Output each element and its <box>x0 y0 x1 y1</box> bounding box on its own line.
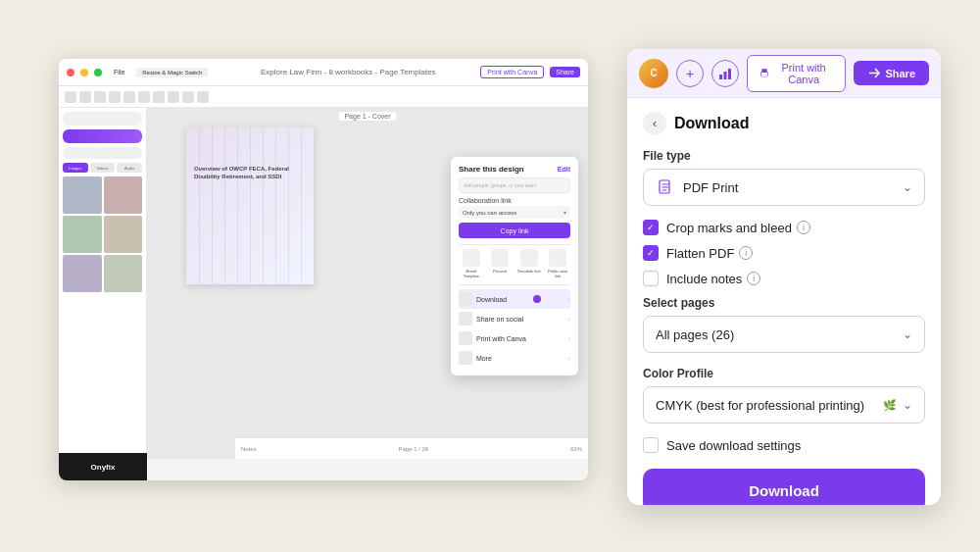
share-button[interactable]: Share <box>854 61 929 85</box>
image-thumbnail[interactable] <box>63 176 102 214</box>
popup-action-grid: Brand Template Present Template text Pub… <box>459 249 570 278</box>
popup-edit-link[interactable]: Edit <box>558 166 570 173</box>
download-button[interactable]: Download <box>643 469 925 505</box>
chevron-down-icon: ⌄ <box>903 180 912 194</box>
editor-main: Images Videos Audio Onyfix Page 1 - Cove… <box>59 108 588 459</box>
toolbar-item <box>94 91 106 103</box>
page-label: Page 1 - Cover <box>338 112 396 121</box>
image-thumbnail[interactable] <box>104 255 143 292</box>
include-notes-info-icon[interactable]: i <box>747 272 760 285</box>
popup-action-present[interactable]: Present <box>488 249 514 278</box>
popup-share-social-item[interactable]: Share on social › <box>459 309 570 328</box>
share-social-icon <box>459 312 472 326</box>
svg-rect-2 <box>728 69 731 79</box>
popup-action-public[interactable]: Public view link <box>546 249 571 278</box>
zoom-level: 63% <box>570 446 582 452</box>
add-button[interactable]: + <box>676 60 704 87</box>
window-close-dot <box>67 69 74 76</box>
svg-rect-0 <box>719 75 722 79</box>
file-menu-button[interactable]: File <box>108 67 130 77</box>
editor-toolbar <box>59 86 588 108</box>
print-canva-button-topbar[interactable]: Print with Canva <box>480 66 544 78</box>
crop-marks-info-icon[interactable]: i <box>797 221 810 234</box>
chart-button[interactable] <box>711 60 739 87</box>
popup-title: Share this design Edit <box>459 165 570 174</box>
editor-bottombar: Notes Page 1 / 26 63% <box>235 437 588 459</box>
save-settings-checkbox[interactable] <box>643 437 659 453</box>
window-maximize-dot <box>94 69 102 76</box>
resize-magic-button[interactable]: Resize & Magic Switch <box>136 68 208 77</box>
search-input[interactable] <box>63 112 142 125</box>
popup-print-item[interactable]: Print with Canva › <box>459 328 570 348</box>
include-notes-row: Include notes i <box>643 271 925 286</box>
editor-canvas: Page 1 - Cover Overview of <box>147 108 588 459</box>
toolbar-item <box>79 91 91 103</box>
editor-topbar: File Resize & Magic Switch Explore Law F… <box>59 59 588 86</box>
svg-rect-5 <box>761 75 766 76</box>
download-active-dot <box>533 295 541 303</box>
image-thumbnail[interactable] <box>104 176 143 214</box>
file-type-section: File type PDF Print ⌄ <box>643 149 925 206</box>
upload-files-button[interactable] <box>63 129 142 143</box>
panel-title: Download <box>674 115 749 132</box>
file-type-dropdown[interactable]: PDF Print ⌄ <box>643 169 925 206</box>
checkmark-icon: ✓ <box>647 249 655 258</box>
record-yourself-button[interactable] <box>63 147 142 159</box>
image-thumbnail[interactable] <box>63 255 102 292</box>
template-text-icon <box>520 249 538 267</box>
panel-topbar: C + Print with Canva Share <box>627 49 941 98</box>
flatten-pdf-info-icon[interactable]: i <box>739 246 753 260</box>
toolbar-item <box>65 91 76 103</box>
audio-tab[interactable]: Audio <box>117 163 142 173</box>
popup-action-brand[interactable]: Brand Template <box>459 249 484 278</box>
download-panel: C + Print with Canva Share <box>627 49 941 505</box>
toolbar-item <box>182 91 194 103</box>
include-notes-checkbox[interactable] <box>643 271 659 286</box>
videos-tab[interactable]: Videos <box>90 163 116 173</box>
popup-action-template[interactable]: Template text <box>516 249 542 278</box>
canvas-document: Overview of OWCP FECA, Federal Disabilit… <box>186 127 314 284</box>
image-thumbnail[interactable] <box>104 216 143 253</box>
crop-marks-checkbox[interactable]: ✓ <box>643 220 659 235</box>
panel-content: ‹ Download File type PDF Print ⌄ ✓ <box>627 98 941 505</box>
collab-section-label: Collaboration link <box>459 197 570 204</box>
crop-marks-label: Crop marks and bleed i <box>666 221 810 235</box>
select-pages-dropdown[interactable]: All pages (26) ⌄ <box>643 316 925 353</box>
leaf-icon: 🌿 <box>883 399 897 412</box>
popup-more-item[interactable]: More › <box>459 348 570 368</box>
share-button-topbar[interactable]: Share <box>550 67 580 77</box>
notes-label[interactable]: Notes <box>241 446 257 452</box>
flatten-pdf-checkbox[interactable]: ✓ <box>643 245 659 261</box>
present-icon <box>491 249 509 267</box>
sidebar-logo: Onyfix <box>59 453 147 480</box>
flatten-pdf-row: ✓ Flatten PDF i <box>643 245 925 261</box>
select-pages-section: Select pages All pages (26) ⌄ <box>643 296 925 353</box>
editor-panel: File Resize & Magic Switch Explore Law F… <box>59 59 588 480</box>
toolbar-item <box>109 91 121 103</box>
chevron-right-icon: › <box>568 316 570 322</box>
pdf-icon <box>656 177 675 197</box>
access-chevron: ▾ <box>564 209 566 216</box>
share-popup: Share this design Edit Add people, group… <box>451 157 578 376</box>
image-thumbnail[interactable] <box>63 216 102 253</box>
brand-template-icon <box>463 249 480 267</box>
flatten-pdf-label: Flatten PDF i <box>666 246 753 261</box>
images-tab[interactable]: Images <box>63 163 88 173</box>
color-profile-dropdown[interactable]: CMYK (best for professional printing) 🌿 … <box>643 386 925 424</box>
sidebar-tabs: Images Videos Audio <box>63 163 142 173</box>
copy-link-button[interactable]: Copy link <box>459 223 570 238</box>
checkmark-icon: ✓ <box>647 224 655 232</box>
popup-download-item[interactable]: Download › <box>459 289 570 309</box>
panel-header: ‹ Download <box>643 112 925 135</box>
public-link-icon <box>549 249 566 267</box>
collab-input[interactable]: Add people, groups, or your team <box>459 177 570 193</box>
toolbar-item <box>138 91 150 103</box>
chevron-right-icon: › <box>568 335 570 341</box>
access-text: Only you can access <box>463 210 516 216</box>
popup-divider-2 <box>459 284 570 285</box>
back-button[interactable]: ‹ <box>643 112 666 135</box>
select-pages-label: Select pages <box>643 296 925 310</box>
print-canva-button[interactable]: Print with Canva <box>747 55 846 92</box>
more-icon <box>459 351 472 365</box>
document-cover: Overview of OWCP FECA, Federal Disabilit… <box>186 127 314 284</box>
